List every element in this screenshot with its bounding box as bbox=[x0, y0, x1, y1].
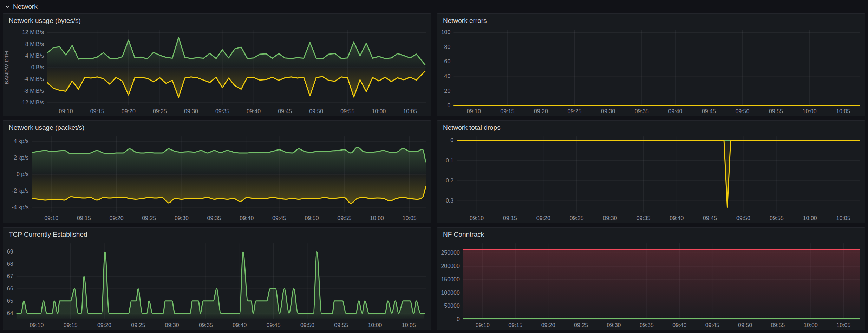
svg-text:09:10: 09:10 bbox=[44, 215, 58, 221]
svg-text:-4 MiB/s: -4 MiB/s bbox=[24, 76, 44, 82]
svg-text:10:05: 10:05 bbox=[836, 108, 850, 114]
svg-text:09:50: 09:50 bbox=[309, 108, 323, 114]
svg-text:4 kp/s: 4 kp/s bbox=[14, 138, 29, 144]
panel-nf-conntrack: NF Conntrack 250000200000150000100000500… bbox=[437, 227, 865, 330]
panel-title[interactable]: Network usage (bytes/s) bbox=[3, 14, 431, 26]
svg-text:09:20: 09:20 bbox=[97, 322, 111, 328]
svg-text:66: 66 bbox=[7, 286, 13, 292]
svg-text:10:00: 10:00 bbox=[803, 108, 817, 114]
panel-body: 4 kp/s2 kp/s0 p/s-2 kp/s-4 kp/s09:1009:1… bbox=[3, 133, 431, 223]
panel-body: 10080604020009:1009:1509:2009:2509:3009:… bbox=[437, 26, 865, 116]
svg-text:4 MiB/s: 4 MiB/s bbox=[25, 53, 44, 59]
svg-text:09:15: 09:15 bbox=[503, 215, 517, 221]
svg-text:10:05: 10:05 bbox=[836, 322, 850, 328]
svg-text:20: 20 bbox=[444, 88, 451, 94]
svg-text:09:25: 09:25 bbox=[131, 322, 145, 328]
time-series-chart[interactable]: 69686766656409:1009:1509:2009:2509:3009:… bbox=[3, 240, 431, 330]
dashboard-grid: Network usage (bytes/s) 12 MiB/s8 MiB/s4… bbox=[0, 13, 868, 333]
panel-title[interactable]: Network total drops bbox=[437, 121, 865, 133]
time-series-chart[interactable]: 4 kp/s2 kp/s0 p/s-2 kp/s-4 kp/s09:1009:1… bbox=[3, 133, 431, 223]
svg-text:09:35: 09:35 bbox=[635, 108, 649, 114]
svg-text:-12 MiB/s: -12 MiB/s bbox=[20, 100, 44, 105]
svg-text:09:35: 09:35 bbox=[215, 108, 229, 114]
svg-text:09:35: 09:35 bbox=[207, 215, 221, 221]
svg-text:60: 60 bbox=[444, 58, 451, 64]
svg-text:09:45: 09:45 bbox=[702, 108, 716, 114]
svg-text:09:25: 09:25 bbox=[142, 215, 156, 221]
svg-text:09:35: 09:35 bbox=[640, 322, 654, 328]
svg-text:09:50: 09:50 bbox=[735, 108, 749, 114]
svg-text:09:10: 09:10 bbox=[59, 108, 73, 114]
svg-text:09:10: 09:10 bbox=[30, 322, 44, 328]
svg-text:09:55: 09:55 bbox=[770, 215, 784, 221]
svg-text:69: 69 bbox=[7, 249, 13, 255]
panel-network-usage-bytes: Network usage (bytes/s) 12 MiB/s8 MiB/s4… bbox=[3, 13, 431, 116]
svg-text:10:00: 10:00 bbox=[372, 108, 386, 114]
panel-title[interactable]: TCP Currently Established bbox=[3, 228, 431, 240]
svg-text:2 kp/s: 2 kp/s bbox=[14, 155, 29, 161]
svg-text:09:55: 09:55 bbox=[337, 215, 351, 221]
svg-text:09:50: 09:50 bbox=[305, 215, 319, 221]
svg-text:09:10: 09:10 bbox=[476, 322, 490, 328]
svg-text:150000: 150000 bbox=[441, 276, 459, 282]
svg-text:09:50: 09:50 bbox=[736, 215, 750, 221]
svg-text:09:30: 09:30 bbox=[601, 108, 615, 114]
svg-text:09:45: 09:45 bbox=[267, 322, 281, 328]
svg-text:-8 MiB/s: -8 MiB/s bbox=[24, 88, 44, 94]
svg-text:09:40: 09:40 bbox=[670, 215, 684, 221]
row-title[interactable]: Network bbox=[13, 3, 38, 11]
svg-text:67: 67 bbox=[7, 273, 13, 279]
svg-text:09:25: 09:25 bbox=[574, 322, 588, 328]
svg-text:09:40: 09:40 bbox=[247, 108, 261, 114]
time-series-chart[interactable]: 0-0.1-0.2-0.309:1009:1509:2009:2509:3009… bbox=[437, 133, 865, 223]
svg-text:10:05: 10:05 bbox=[403, 108, 417, 114]
svg-text:09:25: 09:25 bbox=[567, 108, 581, 114]
svg-text:-0.3: -0.3 bbox=[444, 198, 454, 204]
svg-text:-4 kp/s: -4 kp/s bbox=[12, 204, 29, 210]
svg-text:200000: 200000 bbox=[441, 263, 459, 269]
panel-title[interactable]: Network usage (packet/s) bbox=[3, 121, 431, 133]
svg-text:09:40: 09:40 bbox=[233, 322, 247, 328]
svg-text:0 B/s: 0 B/s bbox=[31, 64, 44, 70]
svg-text:10:05: 10:05 bbox=[402, 322, 416, 328]
panel-title[interactable]: Network errors bbox=[437, 14, 865, 26]
svg-text:09:15: 09:15 bbox=[64, 322, 78, 328]
panel-title[interactable]: NF Conntrack bbox=[437, 228, 865, 240]
svg-text:09:20: 09:20 bbox=[122, 108, 136, 114]
svg-text:09:45: 09:45 bbox=[703, 215, 717, 221]
svg-text:BANDWIDTH: BANDWIDTH bbox=[4, 51, 9, 84]
svg-text:09:15: 09:15 bbox=[508, 322, 522, 328]
row-header-network[interactable]: Network bbox=[0, 0, 868, 13]
svg-text:09:40: 09:40 bbox=[668, 108, 682, 114]
svg-text:100: 100 bbox=[441, 29, 451, 35]
svg-text:09:55: 09:55 bbox=[771, 322, 785, 328]
svg-text:09:50: 09:50 bbox=[300, 322, 314, 328]
svg-text:09:15: 09:15 bbox=[500, 108, 514, 114]
panel-network-errors: Network errors 10080604020009:1009:1509:… bbox=[437, 13, 865, 116]
svg-text:09:30: 09:30 bbox=[184, 108, 198, 114]
svg-text:09:15: 09:15 bbox=[90, 108, 104, 114]
svg-text:09:45: 09:45 bbox=[272, 215, 286, 221]
time-series-chart[interactable]: 12 MiB/s8 MiB/s4 MiB/s0 B/s-4 MiB/s-8 Mi… bbox=[3, 26, 431, 116]
svg-text:68: 68 bbox=[7, 261, 13, 267]
svg-text:09:20: 09:20 bbox=[536, 215, 550, 221]
time-series-chart[interactable]: 10080604020009:1009:1509:2009:2509:3009:… bbox=[437, 26, 865, 116]
svg-text:-2 kp/s: -2 kp/s bbox=[12, 188, 29, 194]
time-series-chart[interactable]: 25000020000015000010000050000009:1009:15… bbox=[437, 240, 865, 330]
svg-text:09:55: 09:55 bbox=[334, 322, 348, 328]
svg-text:12 MiB/s: 12 MiB/s bbox=[22, 29, 44, 35]
svg-text:09:30: 09:30 bbox=[165, 322, 179, 328]
panel-body: 69686766656409:1009:1509:2009:2509:3009:… bbox=[3, 240, 431, 330]
svg-text:-0.2: -0.2 bbox=[444, 178, 454, 184]
svg-text:09:40: 09:40 bbox=[240, 215, 254, 221]
svg-text:10:05: 10:05 bbox=[403, 215, 417, 221]
svg-text:-0.1: -0.1 bbox=[444, 157, 454, 163]
chevron-down-icon[interactable] bbox=[4, 4, 11, 10]
svg-text:09:10: 09:10 bbox=[470, 215, 484, 221]
svg-text:40: 40 bbox=[444, 73, 451, 79]
svg-text:0: 0 bbox=[450, 137, 453, 143]
panel-network-usage-packets: Network usage (packet/s) 4 kp/s2 kp/s0 p… bbox=[3, 120, 431, 223]
svg-text:09:20: 09:20 bbox=[541, 322, 555, 328]
svg-text:09:25: 09:25 bbox=[153, 108, 167, 114]
panel-body: 25000020000015000010000050000009:1009:15… bbox=[437, 240, 865, 330]
